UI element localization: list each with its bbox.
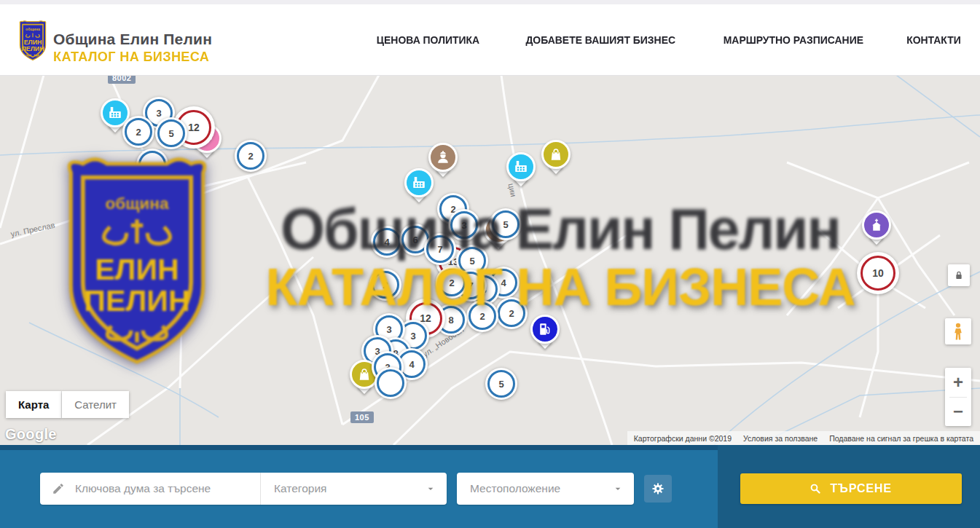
chevron-down-icon (425, 483, 436, 494)
cluster-count (377, 369, 404, 397)
zoom-out-button[interactable]: − (945, 398, 971, 427)
map-cluster-marker[interactable] (136, 149, 168, 181)
fuel-pin-marker[interactable] (528, 315, 562, 357)
header: община ЕЛИН ПЕЛИН Община Елин Пелин КАТА… (0, 4, 980, 76)
search-bar: Категория Местоположение (0, 445, 980, 528)
fuel-icon (530, 315, 560, 344)
cluster-count: 5 (492, 210, 520, 238)
location-select[interactable]: Местоположение (457, 473, 634, 505)
site-subtitle: КАТАЛОГ НА БИЗНЕСА (53, 49, 209, 65)
map-cluster-marker[interactable]: 7 (424, 233, 456, 265)
gear-icon (651, 481, 665, 496)
cluster-count: 2 (469, 302, 496, 330)
bag-icon (541, 140, 571, 169)
cluster-count: 2 (498, 299, 525, 327)
search-icon (809, 482, 822, 495)
nav-item-contacts[interactable]: КОНТАКТИ (906, 34, 961, 47)
cluster-count: 5 (157, 119, 185, 147)
crest-top-word: община (26, 27, 40, 31)
site-title: Община Елин Пелин (53, 31, 212, 48)
search-fields-group: Категория (40, 473, 447, 505)
factory-pin-marker[interactable] (402, 168, 436, 210)
map-cluster-marker[interactable]: 2 (122, 116, 154, 148)
map-cluster-marker[interactable] (375, 367, 407, 399)
map-cluster-marker[interactable]: 5 (485, 368, 517, 400)
map-type-control: Карта Сателит (6, 391, 129, 418)
category-select[interactable]: Категория (261, 473, 447, 505)
map-lock-button[interactable] (948, 264, 970, 286)
map-type-map-button[interactable]: Карта (6, 391, 62, 418)
attribution-terms-link[interactable]: Условия за ползване (743, 434, 818, 443)
map-canvas[interactable]: 8002105 ул. Преславциибул. „Новосел 32 1… (0, 75, 980, 445)
map-cluster-marker[interactable]: 2 (235, 140, 267, 172)
map-cluster-marker[interactable]: 3 (448, 209, 480, 241)
map-type-satellite-button[interactable]: Сателит (62, 391, 129, 418)
nav-item-pricing[interactable]: ЦЕНОВА ПОЛИТИКА (377, 34, 479, 47)
attribution-report-link[interactable]: Подаване на сигнал за грешка в картата (829, 434, 973, 443)
map-cluster-marker[interactable]: 5 (490, 208, 522, 240)
cluster-count: 4 (373, 228, 401, 256)
page: община ЕЛИН ПЕЛИН Община Елин Пелин КАТА… (0, 0, 980, 528)
factory-icon (506, 152, 536, 181)
cluster-count: 7 (426, 235, 454, 263)
cluster-count: 10 (861, 256, 895, 291)
chevron-down-icon (612, 483, 624, 494)
map-cluster-marker[interactable]: 2 (495, 297, 528, 329)
pegman-icon (950, 322, 966, 341)
google-logo[interactable]: Google (5, 426, 57, 443)
cluster-count: 2 (125, 118, 152, 146)
keyword-search-input[interactable] (74, 481, 260, 496)
factory-pin-marker[interactable] (504, 152, 538, 194)
map-cluster-marker[interactable]: 2 (466, 300, 498, 332)
cluster-count: 3 (450, 211, 478, 239)
attribution-copyright: Картографски данни ©2019 (634, 434, 732, 443)
map-cluster-marker[interactable]: 2 (436, 267, 468, 299)
cluster-count: 2 (237, 142, 264, 170)
crest-name-2: ПЕЛИН (21, 45, 44, 52)
street-view-pegman-button[interactable] (945, 318, 971, 344)
keyword-field-wrap (40, 473, 261, 505)
cluster-count: 2 (372, 271, 399, 299)
search-button-label: ТЪРСЕНЕ (830, 481, 891, 496)
municipality-crest-logo: община ЕЛИН ПЕЛИН (17, 20, 48, 61)
cluster-count: 2 (438, 269, 466, 296)
lock-icon (953, 269, 965, 281)
factory-icon (404, 168, 434, 197)
map-cluster-marker[interactable]: 2 (369, 269, 401, 301)
main-nav: ЦЕНОВА ПОЛИТИКА ДОБАВЕТЕ ВАШИЯТ БИЗНЕС М… (371, 4, 964, 75)
search-submit-button[interactable]: ТЪРСЕНЕ (740, 473, 962, 504)
cluster-count: 5 (487, 370, 515, 398)
cluster-count (138, 151, 166, 178)
location-select-value: Местоположение (470, 482, 560, 495)
advanced-search-settings-button[interactable] (644, 475, 672, 503)
map-marker-layer: 32 1252 23513467524872228123383 435 10 (0, 75, 980, 445)
bag-pin-marker[interactable] (539, 140, 573, 182)
church-pin-marker[interactable] (860, 210, 893, 253)
map-cluster-marker[interactable]: 4 (371, 226, 403, 258)
map-attribution: Картографски данни ©2019 Условия за полз… (627, 431, 980, 445)
nav-item-add-business[interactable]: ДОБАВЕТЕ ВАШИЯТ БИЗНЕС (525, 34, 675, 47)
zoom-in-button[interactable]: + (945, 368, 971, 397)
map-cluster-marker[interactable]: 5 (155, 117, 187, 149)
map-cluster-marker[interactable]: 10 (857, 252, 899, 294)
worker-icon (428, 143, 458, 172)
church-icon (862, 210, 891, 240)
pencil-icon (52, 482, 65, 495)
zoom-control: + − (945, 368, 971, 426)
nav-item-route-schedule[interactable]: МАРШРУТНО РАЗПИСАНИЕ (724, 34, 863, 47)
category-select-value: Категория (274, 482, 326, 495)
